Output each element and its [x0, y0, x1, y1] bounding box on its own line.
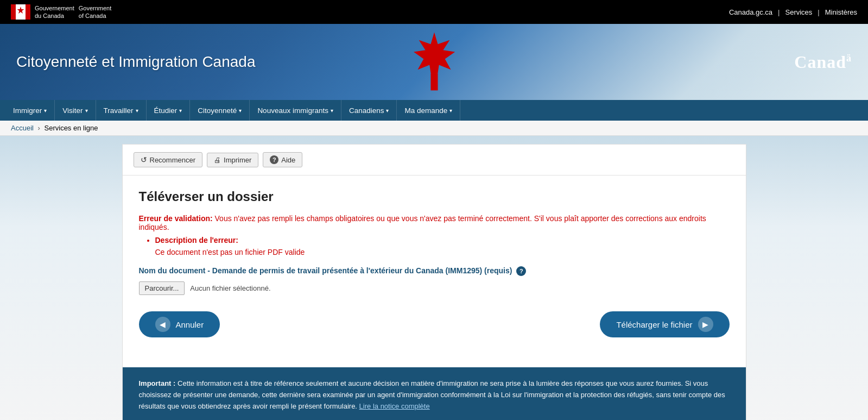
form-area: Téléverser un dossier Erreur de validati…	[123, 175, 746, 367]
info-bar: Important : Cette information est à titr…	[123, 367, 746, 420]
svg-rect-1	[11, 4, 16, 20]
error-description-label: Description de l'erreur:	[155, 236, 238, 245]
print-icon: 🖨	[214, 156, 221, 164]
services-link[interactable]: Services	[785, 8, 813, 16]
imprimer-button[interactable]: 🖨 Imprimer	[207, 153, 258, 167]
nav-item-ma-demande[interactable]: Ma demande▾	[397, 100, 460, 121]
recommencer-button[interactable]: Recommencer	[134, 152, 203, 167]
error-text: Vous n'avez pas rempli les champs obliga…	[139, 214, 706, 231]
canada-gc-link[interactable]: Canada.gc.ca	[729, 8, 772, 16]
toolbar: Recommencer 🖨 Imprimer ? Aide	[123, 145, 746, 175]
file-input-row: Parcourir... Aucun fichier sélectionné.	[139, 281, 730, 295]
aide-label: Aide	[281, 156, 295, 164]
svg-marker-4	[413, 32, 454, 77]
svg-rect-5	[430, 74, 438, 91]
dropdown-arrow-nouveaux: ▾	[331, 108, 333, 114]
nav-bar: Immigrer▾ Visiter▾ Travailler▾ Étudier▾ …	[0, 100, 868, 121]
error-block: Erreur de validation: Vous n'avez pas re…	[139, 214, 730, 256]
main-content: Recommencer 🖨 Imprimer ? Aide Téléverser…	[0, 136, 868, 420]
telecharger-right-arrow-icon: ▶	[698, 317, 713, 332]
gov-text: Gouvernement du Canada	[35, 4, 74, 20]
notice-link[interactable]: Lire la notice complète	[359, 402, 430, 410]
action-buttons: ◀ Annuler Télécharger le fichier ▶	[139, 311, 730, 337]
dropdown-arrow-immigrer: ▾	[44, 108, 47, 114]
annuler-label: Annuler	[176, 320, 204, 329]
dropdown-arrow-canadiens: ▾	[386, 108, 389, 114]
nav-item-canadiens[interactable]: Canadiens▾	[341, 100, 397, 121]
error-detail: Ce document n'est pas un fichier PDF val…	[139, 248, 730, 256]
dropdown-arrow-ma-demande: ▾	[449, 108, 452, 114]
telecharger-button[interactable]: Télécharger le fichier ▶	[600, 311, 729, 337]
canada-logo: Canadä	[794, 52, 852, 72]
error-main-message: Erreur de validation: Vous n'avez pas re…	[139, 214, 730, 231]
imprimer-label: Imprimer	[224, 156, 251, 164]
site-title: Citoyenneté et Immigration Canada	[16, 53, 255, 71]
dropdown-arrow-travailler: ▾	[136, 108, 138, 114]
annuler-left-arrow-icon: ◀	[155, 317, 170, 332]
recommencer-label: Recommencer	[150, 156, 196, 164]
gov-text-en: Government of Canada	[79, 4, 112, 20]
browse-button[interactable]: Parcourir...	[139, 281, 185, 295]
divider-1: |	[778, 8, 780, 16]
document-label: Nom du document - Demande de permis de t…	[139, 266, 730, 276]
breadcrumb-separator: ›	[38, 124, 40, 132]
error-prefix: Erreur de validation:	[139, 214, 213, 223]
breadcrumb: Accueil › Services en ligne	[0, 121, 868, 136]
nav-item-etudier[interactable]: Étudier▾	[147, 100, 191, 121]
nav-item-citoyennete[interactable]: Citoyenneté▾	[190, 100, 250, 121]
file-name-display: Aucun fichier sélectionné.	[190, 284, 270, 292]
annuler-button[interactable]: ◀ Annuler	[139, 311, 220, 337]
maple-leaf-container	[404, 29, 464, 96]
help-circle-icon: ?	[270, 155, 278, 164]
page-title: Téléverser un dossier	[139, 189, 730, 204]
info-text: Cette information est à titre de référen…	[139, 379, 725, 410]
top-bar-left: Gouvernement du Canada Government of Can…	[11, 4, 111, 20]
ministeres-link[interactable]: Ministères	[825, 8, 857, 16]
breadcrumb-home-link[interactable]: Accueil	[11, 124, 34, 132]
nav-item-nouveaux[interactable]: Nouveaux immigrants▾	[250, 100, 341, 121]
dropdown-arrow-citoyennete: ▾	[239, 108, 242, 114]
dropdown-arrow-etudier: ▾	[179, 108, 182, 114]
important-prefix: Important :	[139, 379, 176, 387]
breadcrumb-current: Services en ligne	[45, 124, 98, 132]
top-bar-right: Canada.gc.ca | Services | Ministères	[729, 8, 857, 16]
svg-rect-2	[26, 4, 30, 20]
canada-flag-icon	[11, 4, 30, 20]
site-header: Citoyenneté et Immigration Canada Canadä	[0, 24, 868, 100]
telecharger-label: Télécharger le fichier	[616, 320, 692, 329]
nav-item-immigrer[interactable]: Immigrer▾	[5, 100, 55, 121]
error-list-item: Description de l'erreur:	[155, 236, 730, 245]
dropdown-arrow-visiter: ▾	[85, 108, 88, 114]
doc-help-icon[interactable]: ?	[516, 266, 526, 276]
aide-button[interactable]: ? Aide	[263, 152, 302, 167]
top-bar: Gouvernement du Canada Government of Can…	[0, 0, 868, 24]
error-list: Description de l'erreur:	[139, 236, 730, 245]
content-card: Recommencer 🖨 Imprimer ? Aide Téléverser…	[122, 144, 746, 420]
nav-item-visiter[interactable]: Visiter▾	[55, 100, 96, 121]
refresh-icon	[141, 155, 147, 164]
divider-2: |	[818, 8, 819, 16]
maple-leaf-svg	[404, 29, 464, 95]
canada-wordmark: Gouvernement du Canada Government of Can…	[11, 4, 111, 20]
nav-item-travailler[interactable]: Travailler▾	[96, 100, 147, 121]
